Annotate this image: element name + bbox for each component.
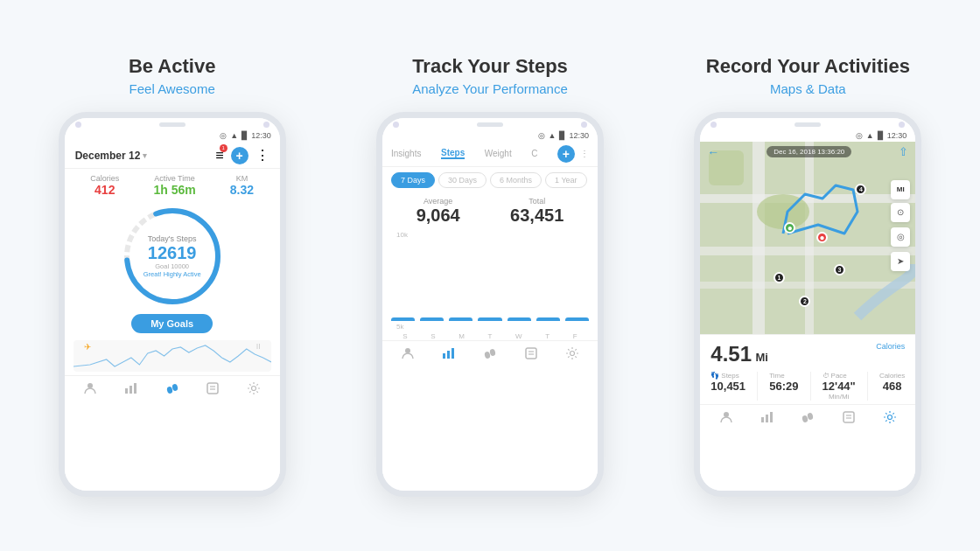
nav-settings-2[interactable] [565,346,579,360]
nav-me-3[interactable] [719,410,733,424]
bar-w [508,317,531,321]
svg-rect-4 [130,386,132,394]
nav-stats-1[interactable] [124,381,138,395]
svg-point-6 [166,386,173,394]
bar-chart-inner [391,241,589,321]
nav-log-1[interactable] [206,381,220,395]
status-wifi-icon-2: ◎ [538,131,545,140]
map-label-mi: MI [891,180,910,199]
panel-record-activities: Record Your Activities Maps & Data ◎ ▲ ▉… [662,55,954,497]
bar-f-fill [565,317,589,321]
phone3-body: ← Dec 16, 2018 13:36:20 ⇧ 1 2 3 4 ● ● ⊙ … [700,142,915,491]
notification-icon[interactable]: ≡ [215,148,223,164]
svg-rect-23 [752,142,765,334]
phone2-top-bar [382,118,598,129]
panel-subtitle-2: Analyze Your Performance [412,81,568,96]
time-tab-6months[interactable]: 6 Months [490,172,542,188]
map-zoom-icon[interactable]: ⊙ [891,203,910,222]
svg-point-35 [807,412,814,420]
more-icon[interactable]: ⋮ [256,147,270,164]
tab-c[interactable]: C [531,149,537,158]
svg-point-2 [88,383,93,388]
steps-icon: 👣 [710,372,719,380]
phone1-top-bar [65,118,280,129]
day-m: M [458,332,465,340]
nav-settings-3[interactable] [883,410,897,424]
svg-point-12 [405,348,410,353]
map-pin-1: 1 [774,272,785,283]
main-container: Be Active Feel Awesome ◎ ▲ ▉ 12:30 [0,38,980,514]
activity-main-value-row: 4.51 Mi Calories [710,342,905,366]
nav-log-3[interactable] [842,410,856,424]
map-back-button[interactable]: ← [707,145,719,159]
status-battery-icon-2: ▉ [559,131,565,140]
details-link[interactable]: Calories [876,342,905,351]
panel-title-2: Track Your Steps [412,55,568,78]
activity-sparkline [74,340,271,372]
y-label-mid: 5k [391,323,589,331]
tab-right-icons: + ⋮ [557,145,589,163]
total-stat: Total 63,451 [510,197,564,226]
phone2-nav [382,340,598,364]
time-tab-30days[interactable]: 30 Days [438,172,486,188]
tab-weight[interactable]: Weight [485,149,512,158]
camera-1b [263,122,270,128]
tab-steps[interactable]: Steps [441,148,465,159]
nav-steps-3[interactable] [801,410,815,424]
act-stat-calories: Calories 468 [879,372,905,401]
map-area: ← Dec 16, 2018 13:36:20 ⇧ 1 2 3 4 ● ● ⊙ … [700,142,915,334]
map-share-button[interactable]: ⇧ [899,145,908,158]
divider-2 [810,372,811,401]
avg-stat: Average 9,064 [416,197,460,226]
nav-me-1[interactable] [83,381,97,395]
svg-point-34 [802,415,808,422]
status-battery-icon-3: ▉ [878,131,884,140]
stat-km: KM 8.32 [230,174,254,197]
stat-active-time: Active Time 1h 56m [153,174,195,197]
bar-t1-fill [478,317,501,321]
svg-point-39 [887,415,892,419]
nav-log-2[interactable] [524,346,538,360]
svg-rect-3 [125,388,128,394]
steps-circle-inner: Today's Steps 12619 Goal 10000 Great! Hi… [144,234,201,278]
time-tab-1year[interactable]: 1 Year [545,172,587,188]
my-goals-button[interactable]: My Goals [131,314,213,333]
day-t2: T [545,332,550,340]
stats-row-1: Calories 412 Active Time 1h 56m KM 8.32 [65,169,280,200]
nav-me-2[interactable] [401,346,415,360]
map-pin-2: 2 [799,296,810,307]
bar-s2 [420,317,444,321]
svg-rect-5 [134,383,136,394]
camera-3b [899,122,905,128]
more-icon-2[interactable]: ⋮ [580,149,589,158]
map-nav-icon[interactable]: ➤ [891,252,910,271]
svg-rect-33 [770,412,773,422]
status-signal-icon: ▲ [230,131,238,140]
nav-stats-2[interactable] [442,346,456,360]
add-button[interactable]: + [231,147,248,164]
phone3-nav [700,404,915,428]
speaker-2 [477,122,503,127]
time-tab-7days[interactable]: 7 Days [391,172,435,188]
nav-steps-2[interactable] [483,346,497,360]
svg-point-21 [570,351,574,355]
map-eye-icon[interactable]: ◎ [891,227,910,247]
svg-rect-8 [207,383,218,394]
add-button-2[interactable]: + [557,145,575,163]
bar-m [449,317,472,321]
date-caret: ▾ [143,151,147,160]
svg-point-16 [484,351,491,359]
svg-point-17 [489,348,496,356]
nav-steps-1[interactable] [165,381,179,395]
speaker-3 [794,122,821,127]
nav-stats-3[interactable] [760,410,774,424]
svg-rect-15 [452,348,454,359]
status-time-1: 12:30 [251,131,271,140]
svg-rect-13 [443,353,445,359]
status-wifi-icon-3: ◎ [856,131,863,140]
tab-insights[interactable]: Insights [391,149,421,158]
status-battery-icon: ▉ [242,131,248,140]
map-date-badge: Dec 16, 2018 13:36:20 [766,146,851,157]
bar-chart: 10k [382,227,598,332]
nav-settings-1[interactable] [247,381,261,395]
